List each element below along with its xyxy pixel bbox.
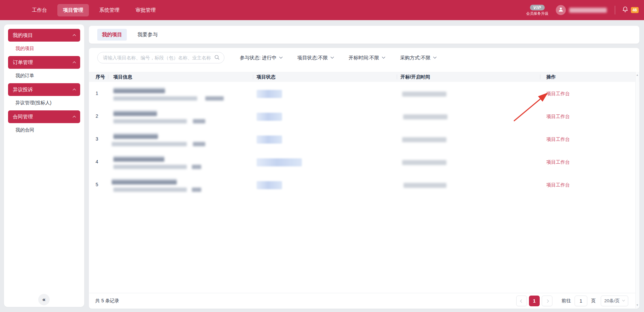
chevron-down-icon	[622, 299, 625, 301]
sidebar-collapse-button[interactable]: «	[38, 294, 50, 305]
nav-item-approval-management[interactable]: 审批管理	[130, 4, 161, 16]
redacted-project-name	[113, 110, 157, 116]
table-body: 1 项目工作台 2 项目工作台 3	[89, 83, 639, 197]
sidebar-group-my-projects[interactable]: 我的项目	[8, 29, 80, 42]
table-row: 2 项目工作台	[89, 105, 639, 128]
column-separator	[108, 74, 108, 79]
filter-label: 开标时间:不限	[349, 55, 379, 61]
column-separator	[397, 74, 397, 79]
page-size-select[interactable]: 20条/页	[601, 296, 628, 306]
redacted-project-name	[113, 88, 165, 93]
column-header-project-status: 项目状态	[257, 72, 275, 82]
redacted-opening-time	[403, 114, 447, 119]
redacted-status-badge	[257, 136, 282, 144]
redacted-project-name	[112, 179, 177, 185]
sidebar-item-my-contracts[interactable]: 我的合同	[8, 126, 80, 133]
chevron-up-icon	[73, 61, 76, 64]
notification-count-badge: 46	[631, 7, 639, 13]
table-header: 序号 项目信息 项目状态 开标/开启时间 操作	[89, 72, 639, 82]
sidebar-group-order-management[interactable]: 订单管理	[8, 56, 80, 69]
content-panel: 参与状态: 进行中 项目状态:不限 开标时间:不限 采购方式:不限 序号 项目信…	[89, 48, 639, 309]
scroll-down-icon[interactable]: ▼	[636, 304, 639, 307]
redacted-project-meta	[192, 188, 201, 192]
sidebar-group-objection-complaint[interactable]: 异议投诉	[8, 83, 80, 96]
sidebar-group-contract-management[interactable]: 合同管理	[8, 110, 80, 123]
sidebar-item-objection-management[interactable]: 异议管理(投标人)	[8, 99, 80, 106]
topbar-right: VIP 会员服务升级 46	[526, 0, 639, 20]
row-index: 4	[96, 159, 98, 164]
nav-item-system-management[interactable]: 系统管理	[94, 4, 125, 16]
chevron-down-icon	[382, 55, 385, 58]
project-workbench-link[interactable]: 项目工作台	[546, 91, 570, 97]
row-index: 3	[96, 136, 98, 142]
search-icon[interactable]	[214, 54, 220, 61]
chevron-up-icon	[73, 88, 76, 92]
topbar: 工作台 项目管理 系统管理 审批管理 VIP 会员服务升级 46	[0, 0, 644, 20]
filter-participation-status[interactable]: 参与状态: 进行中	[240, 55, 282, 61]
column-separator	[540, 74, 540, 79]
redacted-project-meta	[113, 119, 187, 123]
column-header-action: 操作	[546, 72, 556, 82]
table-row: 4 项目工作台	[89, 151, 639, 174]
nav-item-project-management[interactable]: 项目管理	[57, 4, 89, 16]
chevron-up-icon	[73, 34, 76, 37]
project-workbench-link[interactable]: 项目工作台	[546, 114, 570, 120]
redacted-project-meta	[193, 142, 205, 146]
filter-label: 参与状态: 进行中	[240, 55, 277, 61]
prev-page-button[interactable]	[516, 296, 527, 306]
vip-upgrade[interactable]: VIP 会员服务升级	[526, 4, 548, 16]
scroll-up-icon[interactable]: ▲	[636, 73, 639, 76]
chevron-left-icon	[520, 299, 523, 303]
bell-icon	[622, 6, 629, 14]
tab-i-want-to-participate[interactable]: 我要参与	[133, 29, 162, 41]
search-input[interactable]	[103, 55, 214, 60]
avatar[interactable]	[556, 5, 566, 15]
chevron-down-icon	[433, 55, 436, 58]
chevron-down-icon	[279, 55, 282, 58]
collapse-icon: «	[42, 296, 45, 303]
filter-label: 采购方式:不限	[400, 55, 431, 61]
pagination: 1 前往 页 20条/页	[516, 296, 628, 306]
redacted-status-badge	[257, 113, 282, 121]
chevron-down-icon	[330, 55, 334, 58]
column-separator	[253, 74, 253, 79]
redacted-project-meta	[113, 188, 187, 192]
nav-item-workbench[interactable]: 工作台	[26, 4, 53, 16]
project-workbench-link[interactable]: 项目工作台	[546, 159, 570, 165]
project-workbench-link[interactable]: 项目工作台	[546, 137, 570, 143]
project-workbench-link[interactable]: 项目工作台	[546, 182, 570, 188]
redacted-project-name	[113, 156, 164, 162]
page-size-value: 20条/页	[604, 298, 620, 304]
current-page-button[interactable]: 1	[529, 296, 540, 306]
table-row: 3 项目工作台	[89, 128, 639, 151]
column-header-project-info: 项目信息	[113, 72, 132, 82]
search-box	[97, 52, 224, 63]
top-navigation: 工作台 项目管理 系统管理 审批管理	[26, 4, 161, 16]
inner-scrollbar[interactable]: ▲ ▼	[635, 72, 639, 308]
filter-procurement-method[interactable]: 采购方式:不限	[400, 55, 436, 61]
redacted-project-meta	[113, 165, 187, 169]
goto-page-input[interactable]	[575, 296, 587, 306]
goto-unit-label: 页	[591, 298, 596, 304]
table-row: 1 项目工作台	[89, 83, 639, 105]
page-root: 工作台 项目管理 系统管理 审批管理 VIP 会员服务升级 46	[0, 0, 644, 312]
vip-caption: 会员服务升级	[526, 11, 548, 16]
sidebar-group-label: 订单管理	[13, 59, 33, 66]
notifications-button[interactable]: 46	[622, 6, 639, 14]
sidebar-item-my-projects[interactable]: 我的项目	[8, 45, 80, 52]
table-footer: 共 5 条记录 1 前往 页 20条/页	[89, 293, 639, 309]
goto-label: 前往	[561, 298, 571, 304]
table-row: 5 项目工作台	[89, 174, 639, 197]
filter-project-status[interactable]: 项目状态:不限	[298, 55, 333, 61]
tab-my-projects[interactable]: 我的项目	[97, 29, 127, 41]
page-tabs: 我的项目 我要参与	[89, 26, 639, 44]
vip-icon: VIP	[530, 5, 545, 10]
redacted-status-badge	[257, 181, 282, 189]
user-icon	[558, 6, 564, 14]
sidebar-item-my-orders[interactable]: 我的订单	[8, 72, 80, 79]
filter-bid-opening-time[interactable]: 开标时间:不限	[349, 55, 385, 61]
next-page-button[interactable]	[542, 296, 552, 306]
filter-row: 参与状态: 进行中 项目状态:不限 开标时间:不限 采购方式:不限	[97, 52, 436, 63]
sidebar-group-label: 合同管理	[13, 114, 33, 120]
column-header-index: 序号	[96, 72, 105, 82]
